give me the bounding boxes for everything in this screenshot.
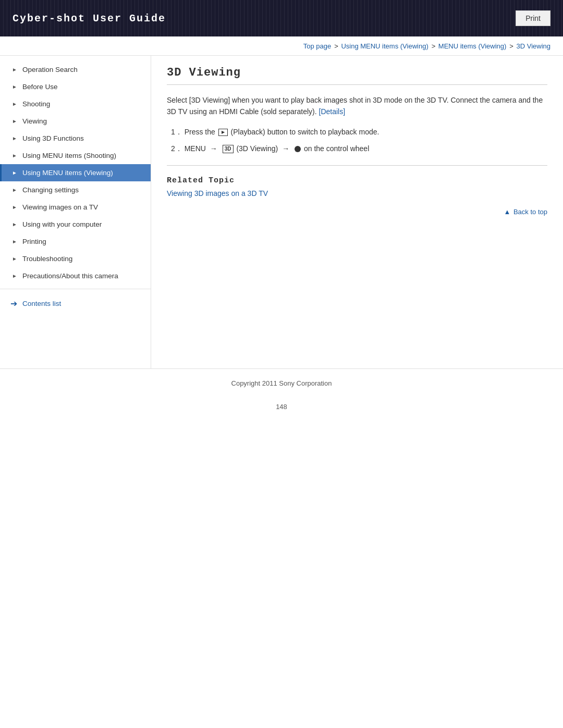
- details-link[interactable]: [Details]: [319, 107, 346, 116]
- step-1-text-after: (Playback) button to switch to playback …: [231, 128, 380, 136]
- sidebar-item-label: Using MENU items (Shooting): [22, 152, 116, 159]
- main-content: 3D Viewing Select [3D Viewing] when you …: [151, 56, 563, 231]
- sidebar-item-label: Using with your computer: [22, 220, 102, 228]
- sidebar: ► Operation Search ► Before Use ► Shooti…: [0, 56, 151, 368]
- arrow-icon: ►: [12, 239, 17, 244]
- arrow-icon: ►: [12, 170, 17, 176]
- sidebar-item-label: Using MENU items (Viewing): [22, 169, 113, 177]
- step-1-text-before: Press the: [185, 128, 217, 136]
- sidebar-item-label: Viewing images on a TV: [22, 203, 98, 211]
- sidebar-item-label: Operation Search: [22, 66, 78, 73]
- contents-list-link[interactable]: ➔ Contents list: [0, 293, 151, 314]
- arrow-icon: ►: [12, 67, 17, 72]
- sidebar-item-menu-shooting[interactable]: ► Using MENU items (Shooting): [0, 147, 151, 164]
- section-divider: [167, 165, 547, 166]
- print-button[interactable]: Print: [516, 10, 550, 26]
- sidebar-item-shooting[interactable]: ► Shooting: [0, 95, 151, 113]
- arrow-icon: ►: [12, 101, 17, 107]
- sidebar-item-before-use[interactable]: ► Before Use: [0, 78, 151, 95]
- sidebar-item-label: Troubleshooting: [22, 255, 72, 263]
- sidebar-item-label: Precautions/About this camera: [22, 272, 118, 280]
- sidebar-item-changing-settings[interactable]: ► Changing settings: [0, 181, 151, 199]
- step-2-menu: MENU: [185, 144, 208, 153]
- step-2: 2． MENU → 3D (3D Viewing) → on the contr…: [167, 143, 547, 155]
- contents-list-label: Contents list: [22, 300, 61, 307]
- step-1: 1． Press the (Playback) button to switch…: [167, 126, 547, 139]
- step-2-number: 2．: [171, 144, 182, 153]
- related-topic-section: Related Topic Viewing 3D images on a 3D …: [167, 176, 547, 198]
- sidebar-item-label: Using 3D Functions: [22, 134, 84, 142]
- arrow-icon: ►: [12, 135, 17, 141]
- breadcrumb-link-menu-items[interactable]: MENU items (Viewing): [438, 42, 507, 50]
- breadcrumb-sep-1: >: [334, 42, 340, 50]
- back-to-top: ▲ Back to top: [167, 208, 547, 216]
- arrow-icon: ►: [12, 273, 17, 279]
- sidebar-item-viewing[interactable]: ► Viewing: [0, 113, 151, 130]
- intro-text: Select [3D Viewing] when you want to pla…: [167, 96, 543, 116]
- arrow-icon: ►: [12, 256, 17, 262]
- breadcrumb-link-3d-viewing[interactable]: 3D Viewing: [516, 42, 550, 50]
- sidebar-item-label: Viewing: [22, 117, 47, 125]
- back-to-top-link[interactable]: ▲ Back to top: [504, 208, 547, 216]
- playback-icon: [218, 129, 228, 136]
- sidebar-item-troubleshooting[interactable]: ► Troubleshooting: [0, 250, 151, 267]
- related-topic-heading: Related Topic: [167, 176, 547, 185]
- sidebar-item-label: Before Use: [22, 83, 58, 91]
- page-title: 3D Viewing: [167, 66, 547, 85]
- arrow-icon: ►: [12, 204, 17, 210]
- header: Cyber-shot User Guide Print: [0, 0, 563, 36]
- sidebar-item-printing[interactable]: ► Printing: [0, 233, 151, 250]
- breadcrumb-link-using-menu[interactable]: Using MENU items (Viewing): [341, 42, 428, 50]
- breadcrumb: Top page > Using MENU items (Viewing) > …: [0, 36, 563, 56]
- breadcrumb-sep-2: >: [432, 42, 437, 50]
- step-1-number: 1．: [171, 128, 182, 136]
- sidebar-item-using-computer[interactable]: ► Using with your computer: [0, 216, 151, 233]
- circle-button-icon: [295, 146, 301, 152]
- footer: Copyright 2011 Sony Corporation: [0, 368, 563, 398]
- arrow-icon: ►: [12, 118, 17, 124]
- sidebar-item-menu-viewing[interactable]: ► Using MENU items (Viewing): [0, 164, 151, 181]
- sidebar-item-operation-search[interactable]: ► Operation Search: [0, 61, 151, 78]
- 3d-viewing-icon: 3D: [223, 145, 234, 153]
- contents-arrow-icon: ➔: [10, 299, 17, 309]
- intro-paragraph: Select [3D Viewing] when you want to pla…: [167, 94, 547, 118]
- arrow-icon: ►: [12, 153, 17, 158]
- arrow-icon: ►: [12, 84, 17, 90]
- arrow-icon: ►: [12, 187, 17, 193]
- sidebar-divider: [0, 289, 151, 289]
- sidebar-item-precautions[interactable]: ► Precautions/About this camera: [0, 267, 151, 285]
- back-to-top-label: Back to top: [513, 208, 547, 216]
- arrow-icon: ►: [12, 221, 17, 227]
- sidebar-item-label: Changing settings: [22, 186, 79, 194]
- arrow-right-icon-1: →: [210, 143, 217, 155]
- sidebar-item-3d-functions[interactable]: ► Using 3D Functions: [0, 130, 151, 147]
- sidebar-item-viewing-images-tv[interactable]: ► Viewing images on a TV: [0, 199, 151, 216]
- steps-list: 1． Press the (Playback) button to switch…: [167, 126, 547, 155]
- sidebar-item-label: Printing: [22, 238, 46, 245]
- breadcrumb-sep-3: >: [509, 42, 515, 50]
- related-topic-link[interactable]: Viewing 3D images on a 3D TV: [167, 189, 268, 198]
- step-2-3d-label: (3D Viewing): [236, 144, 280, 153]
- sidebar-item-label: Shooting: [22, 100, 50, 108]
- arrow-right-icon-2: →: [282, 143, 289, 155]
- page-number: 148: [0, 398, 563, 416]
- main-layout: ► Operation Search ► Before Use ► Shooti…: [0, 56, 563, 368]
- site-title: Cyber-shot User Guide: [13, 13, 166, 24]
- back-to-top-arrow-icon: ▲: [504, 208, 510, 216]
- breadcrumb-link-top[interactable]: Top page: [303, 42, 332, 50]
- copyright-text: Copyright 2011 Sony Corporation: [231, 379, 332, 387]
- step-2-end: on the control wheel: [304, 144, 369, 153]
